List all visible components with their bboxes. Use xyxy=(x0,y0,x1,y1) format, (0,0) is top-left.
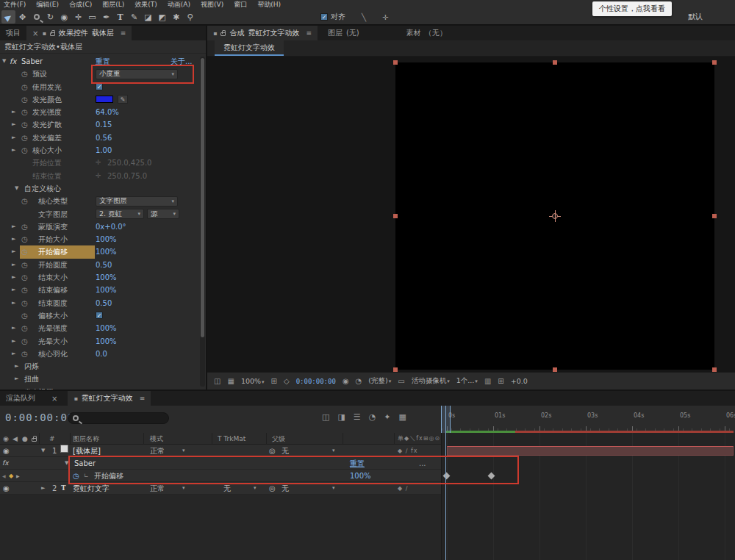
eraser-tool[interactable]: ◩ xyxy=(155,10,169,24)
column-mode[interactable]: 模式 xyxy=(150,433,163,445)
grid-options-icon[interactable]: ▦ xyxy=(227,377,234,385)
preset-dropdown[interactable]: 小度重▾ xyxy=(96,69,178,79)
stopwatch-icon[interactable]: ◷ xyxy=(21,309,28,322)
parent-select[interactable]: 无 xyxy=(282,482,289,495)
effect-property-row[interactable]: ◷ 偏移大小 ✓ xyxy=(0,309,199,322)
property-value[interactable]: 64.0% xyxy=(96,106,119,118)
panel-menu-icon[interactable]: ≡ xyxy=(140,395,146,402)
effect-property-row[interactable]: ► ◷ 开始大小 100% xyxy=(0,233,199,245)
effect-property-row[interactable]: ◷ 使用发光 ✓ xyxy=(0,81,199,93)
menu-animation[interactable]: 动画(A) xyxy=(168,0,190,10)
take-snapshot-icon[interactable]: ◉ xyxy=(343,377,349,385)
property-value[interactable]: 0.50 xyxy=(96,259,112,271)
property-value[interactable]: 100% xyxy=(96,322,117,334)
brush-tool[interactable]: ✎ xyxy=(127,10,141,24)
effect-property-row[interactable]: ► ◷ 结束圆度 0.50 xyxy=(0,297,199,309)
effect-property-row[interactable]: ► ◷ 光晕强度 100% xyxy=(0,322,199,334)
layer-row-1[interactable]: ◉ ▼ 1 [载体层] 正常 ▾ ◎ 无 ▾ ◆ ∕ fx xyxy=(0,445,441,457)
menu-file[interactable]: 文件(F) xyxy=(4,0,26,10)
property-value[interactable]: 0.56 xyxy=(96,132,112,144)
transform-handle[interactable] xyxy=(393,60,398,65)
stopwatch-icon[interactable]: ◷ xyxy=(21,195,28,207)
transform-handle[interactable] xyxy=(553,60,557,65)
transform-handle[interactable] xyxy=(712,60,717,65)
pixel-aspect-icon[interactable]: ▥ xyxy=(484,377,491,385)
stopwatch-icon[interactable]: ◷ xyxy=(21,335,28,348)
stopwatch-icon[interactable]: ◷ xyxy=(21,297,28,309)
pen-tool[interactable]: ✒ xyxy=(99,10,113,24)
panel-menu-icon[interactable]: ≡ xyxy=(121,29,126,37)
keyframe[interactable] xyxy=(443,473,451,480)
layer-name[interactable]: 霓虹灯文字 xyxy=(73,482,110,495)
offset-size-checkbox[interactable]: ✓ xyxy=(96,312,103,319)
solo-icon[interactable]: ● xyxy=(22,433,28,445)
selection-tool[interactable]: ▶ xyxy=(1,10,15,24)
twirl-icon[interactable]: ► xyxy=(12,118,15,131)
fx-badge-icon[interactable]: fx xyxy=(10,55,16,68)
column-parent[interactable]: 父级 xyxy=(272,433,285,445)
effect-property-row[interactable]: ► ◷ 核心大小 1.00 xyxy=(0,144,199,157)
column-trkmat[interactable]: T TrkMat xyxy=(218,433,245,445)
menu-window[interactable]: 窗口 xyxy=(234,0,247,10)
property-value[interactable]: 0x+0.0° xyxy=(96,220,126,233)
effect-group-row[interactable]: ▼ 自定义核心 xyxy=(0,182,199,195)
column-layer-name[interactable]: 图层名称 xyxy=(73,433,99,445)
text-layer-dropdown[interactable]: 2. 霓虹▾ xyxy=(96,209,144,219)
property-value[interactable]: 0.0 xyxy=(96,348,107,360)
current-keyframe-icon[interactable]: ◆ xyxy=(9,470,13,482)
menu-composition[interactable]: 合成(C) xyxy=(69,0,92,10)
viewer-tab-comp[interactable]: 霓虹灯文字动效 xyxy=(215,40,284,56)
stopwatch-icon[interactable]: ◷ xyxy=(21,233,28,245)
draft-3d-icon[interactable]: ◨ xyxy=(337,412,345,422)
more-options[interactable]: ... xyxy=(419,457,426,470)
prev-keyframe-icon[interactable]: ◀ xyxy=(2,470,6,482)
fx-badge-icon[interactable]: fx xyxy=(2,457,9,470)
composition-viewer[interactable] xyxy=(207,57,735,372)
source-dropdown[interactable]: 源▾ xyxy=(147,209,179,219)
parent-select[interactable]: 无 xyxy=(282,445,289,457)
menu-view[interactable]: 视图(V) xyxy=(201,0,223,10)
stopwatch-icon[interactable]: ◷ xyxy=(21,118,28,131)
glow-color-swatch[interactable] xyxy=(96,96,113,103)
effect-group-row[interactable]: ► 发光设置 xyxy=(0,386,199,390)
keyframe[interactable] xyxy=(488,473,495,480)
menu-layer[interactable]: 图层(L) xyxy=(102,0,124,10)
panel-menu-icon[interactable]: ≡ xyxy=(306,29,312,37)
property-value[interactable]: 0.50 xyxy=(96,297,112,309)
tab-layer[interactable]: 图层 (无) xyxy=(322,26,365,40)
effect-group-row[interactable]: ► 扭曲 xyxy=(0,373,199,385)
stopwatch-icon[interactable]: ◷ xyxy=(21,271,28,284)
stopwatch-icon[interactable]: ◷ xyxy=(21,322,28,334)
next-keyframe-icon[interactable]: ▶ xyxy=(16,470,20,482)
snap-checkbox[interactable]: ✓ xyxy=(320,13,328,21)
layer-name[interactable]: [载体层] xyxy=(73,445,101,457)
effect-property-row[interactable]: ► ◷ 光晕大小 100% xyxy=(0,335,199,348)
enable-glow-checkbox[interactable]: ✓ xyxy=(96,83,103,90)
reset-link[interactable]: 重置 xyxy=(350,457,365,470)
twirl-icon[interactable]: ▼ xyxy=(2,55,6,68)
puppet-pin-tool[interactable]: ⚲ xyxy=(183,10,197,24)
layer-switches[interactable]: ◆ ∕ fx xyxy=(398,445,417,457)
blend-mode-select[interactable]: 正常 xyxy=(150,445,165,457)
twirl-icon[interactable]: ► xyxy=(12,322,15,334)
effect-row-saber[interactable]: fx ▼ Saber 重置 ... xyxy=(0,457,441,470)
clone-stamp-tool[interactable]: ◪ xyxy=(141,10,155,24)
transform-handle[interactable] xyxy=(712,214,717,218)
tab-effect-controls[interactable]: × ▪ 效果控件 载体层 ≡ xyxy=(26,26,132,40)
trkmat-select[interactable]: 无 xyxy=(223,482,231,495)
stopwatch-icon[interactable]: ◷ xyxy=(21,106,28,118)
twirl-icon[interactable]: ► xyxy=(12,132,15,144)
zoom-tool[interactable] xyxy=(29,10,43,24)
property-value[interactable]: 1.00 xyxy=(96,144,112,157)
twirl-icon[interactable]: ► xyxy=(15,386,18,390)
property-label[interactable]: 开始偏移 xyxy=(94,470,123,482)
layer-row-2[interactable]: ◉ ► 2 T 霓虹灯文字 正常 ▾ 无 ▾ ◎ 无 ▾ ◆ ∕ xyxy=(0,482,441,495)
twirl-icon[interactable]: ► xyxy=(41,482,45,495)
stopwatch-icon[interactable]: ◷ xyxy=(21,284,28,296)
property-value[interactable]: 100% xyxy=(96,284,117,296)
workspace-selector[interactable]: 默认 xyxy=(688,12,703,22)
region-of-interest-icon[interactable]: ▭ xyxy=(398,377,404,385)
anchor-point-icon[interactable] xyxy=(549,210,561,222)
pan-behind-tool[interactable]: ✛ xyxy=(71,10,85,24)
effect-property-row[interactable]: ► ◷ 发光扩散 0.15 xyxy=(0,118,199,131)
